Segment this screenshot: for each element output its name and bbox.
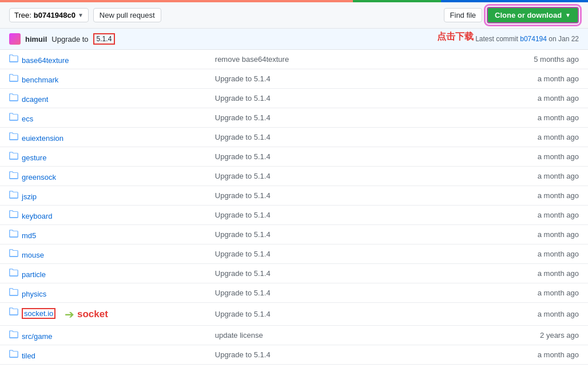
file-message: Upgrade to 5.1.4 [206,108,471,128]
file-message: Upgrade to 5.1.4 [206,69,471,89]
file-time: 2 years ago [470,325,588,345]
find-file-button[interactable]: Find file [444,8,483,22]
table-row: gestureUpgrade to 5.1.4a month ago [0,147,588,167]
table-row: greensockUpgrade to 5.1.4a month ago [0,167,588,186]
file-time: a month ago [470,244,588,264]
commit-prefix: Latest commit [475,35,518,43]
commit-right: Latest commit b074194 on Jan 22 [475,35,579,43]
file-message: Upgrade to 5.1.4 [206,89,471,108]
table-row: mouseUpgrade to 5.1.4a month ago [0,244,588,264]
file-message: Upgrade to 5.1.4 [206,264,471,283]
table-row: benchmarkUpgrade to 5.1.4a month ago [0,69,588,89]
file-name-link[interactable]: euiextension [22,134,63,143]
file-time: 5 months ago [470,50,588,69]
table-row: euiextensionUpgrade to 5.1.4a month ago [0,128,588,147]
file-name-link[interactable]: socket.io [24,309,53,318]
author-avatar [9,33,21,45]
file-time: a month ago [470,303,588,326]
file-message: Upgrade to 5.1.4 [206,283,471,303]
file-message: Upgrade to 5.1.4 [206,147,471,167]
folder-icon [9,229,18,238]
commit-author: himuil [25,35,47,44]
socket-annotation: ➔ socket [65,307,108,321]
folder-icon [9,112,18,121]
file-time: a month ago [470,225,588,244]
tree-label: Tree: [14,11,31,19]
table-row: physicsUpgrade to 5.1.4a month ago [0,283,588,303]
file-name-link[interactable]: ecs [22,115,33,123]
tree-value: b0741948c0 [34,11,76,19]
file-time: a month ago [470,167,588,186]
file-name-link[interactable]: jszip [22,192,37,201]
table-row: tiledUpgrade to 5.1.4a month ago [0,345,588,364]
file-name-link[interactable]: src/game [22,332,52,341]
file-name-link[interactable]: dcagent [22,95,48,104]
file-time: a month ago [470,128,588,147]
folder-icon [9,268,18,277]
toolbar: Tree: b0741948c0 ▼ New pull request Find… [0,2,588,29]
folder-icon [9,73,18,82]
folder-icon [9,330,18,339]
file-time: a month ago [470,108,588,128]
clone-or-download-button[interactable]: Clone or download ▼ [487,7,579,23]
commit-message-text: Upgrade to [51,35,88,44]
clone-label: Clone or download [495,11,562,19]
toolbar-left: Tree: b0741948c0 ▼ New pull request [9,8,161,22]
folder-icon [9,93,18,102]
file-message: Upgrade to 5.1.4 [206,167,471,186]
tree-caret-icon: ▼ [78,12,84,18]
file-name-link[interactable]: mouse [22,251,44,259]
file-message: remove base64texture [206,50,471,69]
folder-icon [9,248,18,258]
table-row: dcagentUpgrade to 5.1.4a month ago [0,89,588,108]
commit-version-badge: 5.1.4 [93,33,116,45]
file-message: Upgrade to 5.1.4 [206,186,471,206]
file-message: Upgrade to 5.1.4 [206,345,471,364]
file-name-link[interactable]: keyboard [22,212,52,220]
file-name-link[interactable]: particle [22,270,46,279]
toolbar-right: Find file Clone or download ▼ [444,7,579,23]
file-time: a month ago [470,69,588,89]
folder-icon [9,349,18,358]
table-row: particleUpgrade to 5.1.4a month ago [0,264,588,283]
file-name-link[interactable]: physics [22,290,46,298]
file-name-link[interactable]: base64texture [22,56,69,65]
file-name-link[interactable]: gesture [22,153,46,162]
table-row: base64textureremove base64texture5 month… [0,50,588,69]
file-message: Upgrade to 5.1.4 [206,206,471,225]
file-time: a month ago [470,147,588,167]
folder-icon [9,307,18,316]
folder-icon [9,54,18,63]
file-time: a month ago [470,264,588,283]
folder-icon [9,151,18,160]
table-row: md5Upgrade to 5.1.4a month ago [0,225,588,244]
table-row: socket.io➔ socketUpgrade to 5.1.4a month… [0,303,588,326]
file-message: Upgrade to 5.1.4 [206,128,471,147]
folder-icon [9,287,18,297]
new-pull-request-button[interactable]: New pull request [93,8,161,22]
folder-icon [9,190,18,199]
clone-caret-icon: ▼ [565,12,571,18]
file-name-link[interactable]: benchmark [22,76,58,84]
file-message: Upgrade to 5.1.4 [206,244,471,264]
table-row: keyboardUpgrade to 5.1.4a month ago [0,206,588,225]
file-message: update license [206,325,471,345]
table-row: jszipUpgrade to 5.1.4a month ago [0,186,588,206]
commit-left: himuil Upgrade to 5.1.4 [9,33,115,45]
file-table: base64textureremove base64texture5 month… [0,50,588,365]
folder-icon [9,171,18,180]
commit-hash-link[interactable]: b074194 [520,35,547,43]
file-time: a month ago [470,206,588,225]
folder-icon [9,132,18,141]
file-message: Upgrade to 5.1.4 [206,225,471,244]
file-time: a month ago [470,89,588,108]
file-time: a month ago [470,283,588,303]
file-time: a month ago [470,345,588,364]
file-name-link[interactable]: md5 [22,231,36,240]
file-message: Upgrade to 5.1.4 [206,303,471,326]
file-time: a month ago [470,186,588,206]
tree-dropdown[interactable]: Tree: b0741948c0 ▼ [9,8,89,22]
file-name-link[interactable]: tiled [22,352,35,360]
folder-icon [9,210,18,219]
file-name-link[interactable]: greensock [22,173,56,181]
